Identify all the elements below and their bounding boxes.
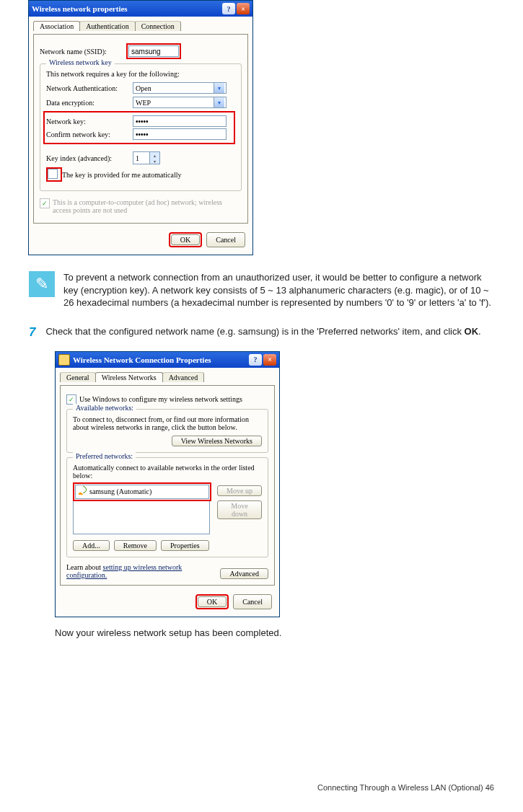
step-text-before: Check that the configured network name (… [45, 326, 464, 337]
tab-advanced[interactable]: Advanced [162, 372, 205, 382]
step-7: 7 Check that the configured network name… [29, 325, 494, 340]
help-button[interactable]: ? [222, 3, 235, 14]
pencil-icon: ✎ [29, 271, 55, 297]
tab-authentication[interactable]: Authentication [79, 21, 135, 31]
keyidx-spin[interactable]: 1 ▴▾ [133, 151, 160, 164]
keyidx-label: Key index (advanced): [46, 154, 133, 162]
available-networks-group: Available networks: To connect to, disco… [66, 409, 268, 453]
view-networks-button[interactable]: View Wireless Networks [172, 436, 262, 446]
preferred-list[interactable]: samsung (Automatic) [75, 485, 209, 499]
remove-button[interactable]: Remove [114, 540, 157, 551]
adhoc-checkbox: ✓ [40, 198, 50, 208]
wireless-key-group: Wireless network key This network requir… [40, 63, 242, 191]
close-button[interactable]: × [263, 354, 276, 366]
help-button[interactable]: ? [249, 354, 262, 366]
auto-key-label: The key is provided for me automatically [62, 171, 182, 179]
page-footer: Connecting Through a Wireless LAN (Optio… [317, 783, 494, 792]
use-windows-label: Use Windows to configure my wireless net… [79, 395, 242, 403]
step-text-after: . [478, 326, 481, 337]
move-down-button: Move down [217, 500, 262, 519]
avail-legend: Available networks: [73, 404, 136, 412]
network-icon [58, 354, 70, 366]
ssid-input[interactable] [128, 45, 179, 57]
learn-prefix: Learn about [66, 563, 103, 571]
ok-button[interactable]: OK [171, 234, 200, 245]
tab-wireless[interactable]: Wireless Networks [95, 372, 163, 382]
note-text: To prevent a network connection from an … [63, 271, 494, 309]
titlebar: Wireless Network Connection Properties ?… [56, 352, 279, 368]
tabs: General Wireless Networks Advanced [60, 372, 275, 382]
confirm-label: Confirm network key: [46, 131, 133, 138]
chevron-down-icon: ▾ [214, 83, 224, 93]
chevron-down-icon: ▾ [214, 97, 224, 107]
enc-value: WEP [136, 99, 151, 107]
preferred-list-rest[interactable] [73, 501, 210, 534]
step-text: Check that the configured network name (… [45, 325, 480, 340]
enc-label: Data encryption: [46, 99, 133, 107]
tabs: Association Authentication Connection [33, 21, 248, 31]
tab-general[interactable]: General [60, 372, 96, 382]
auto-key-checkbox[interactable] [48, 169, 58, 179]
title-text: Wireless Network Connection Properties [73, 356, 211, 364]
step-number: 7 [29, 325, 35, 340]
tab-association[interactable]: Association [33, 21, 80, 31]
close-button[interactable]: × [237, 3, 250, 14]
add-button[interactable]: Add... [73, 540, 110, 551]
info-note: ✎ To prevent a network connection from a… [29, 271, 494, 309]
completion-text: Now your wireless network setup has been… [55, 627, 494, 638]
cancel-button[interactable]: Cancel [206, 232, 245, 247]
auth-value: Open [136, 84, 151, 92]
avail-text: To connect to, disconnect from, or find … [73, 415, 262, 431]
connection-properties-dialog: Wireless Network Connection Properties ?… [55, 351, 280, 617]
ok-button[interactable]: OK [198, 596, 227, 607]
group-legend: Wireless network key [46, 58, 115, 66]
list-item[interactable]: samsung (Automatic) [77, 487, 207, 496]
pref-text: Automatically connect to available netwo… [73, 464, 262, 480]
move-up-button: Move up [217, 485, 262, 496]
key-label: Network key: [46, 118, 133, 125]
cancel-button[interactable]: Cancel [233, 594, 272, 609]
adhoc-label: This is a computer-to-computer (ad hoc) … [53, 198, 226, 214]
enc-dropdown[interactable]: WEP ▾ [133, 97, 227, 108]
group-intro: This network requires a key for the foll… [46, 70, 235, 78]
spin-down-icon[interactable]: ▾ [149, 158, 159, 164]
wifi-icon [78, 487, 87, 495]
properties-button[interactable]: Properties [161, 540, 209, 551]
ssid-label: Network name (SSID): [40, 48, 126, 56]
pref-legend: Preferred networks: [73, 452, 136, 460]
auth-label: Network Authentication: [46, 84, 133, 92]
confirm-input[interactable] [133, 128, 227, 140]
pref-item-label: samsung (Automatic) [89, 487, 151, 495]
learn-text: Learn about setting up wireless network … [66, 563, 189, 579]
wireless-properties-dialog: Wireless network properties ? × Associat… [28, 0, 253, 255]
title-text: Wireless network properties [32, 4, 128, 13]
auth-dropdown[interactable]: Open ▾ [133, 82, 227, 94]
key-input[interactable] [133, 115, 227, 127]
tab-connection[interactable]: Connection [135, 21, 181, 31]
step-text-bold: OK [465, 326, 479, 337]
use-windows-checkbox[interactable]: ✓ [66, 394, 76, 405]
keyidx-value: 1 [133, 154, 149, 162]
spin-up-icon[interactable]: ▴ [149, 152, 159, 158]
advanced-button[interactable]: Advanced [220, 568, 268, 579]
preferred-networks-group: Preferred networks: Automatically connec… [66, 457, 268, 557]
titlebar: Wireless network properties ? × [29, 1, 252, 17]
